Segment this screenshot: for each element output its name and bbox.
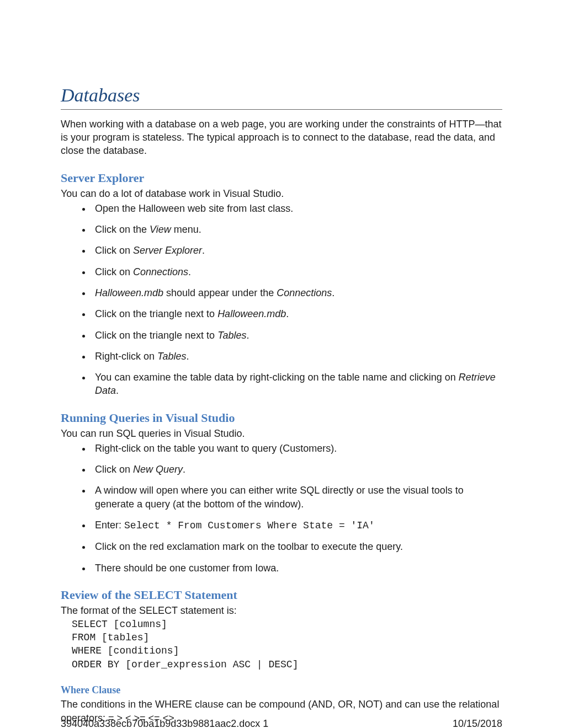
list-item: Right-click on Tables.: [92, 350, 502, 363]
footer-date: 10/15/2018: [453, 717, 502, 728]
section-running-queries: Running Queries in Visual Studio: [61, 410, 502, 426]
list-item: You can examine the table data by right-…: [92, 371, 502, 398]
section3-lead: The format of the SELECT statement is:: [61, 604, 502, 617]
section-select-review: Review of the SELECT Statement: [61, 587, 502, 603]
section-server-explorer: Server Explorer: [61, 170, 502, 186]
list-item: Open the Halloween web site from last cl…: [92, 202, 502, 215]
footer-filename: 394040a338ecb70ba1b9d33b9881aac2.docx 1: [61, 717, 268, 728]
select-syntax-code: SELECT [columns] FROM [tables] WHERE [co…: [72, 618, 502, 671]
list-item: Click on the triangle next to Halloween.…: [92, 307, 502, 320]
list-item: There should be one customer from Iowa.: [92, 561, 502, 575]
section2-list: Right-click on the table you want to que…: [61, 442, 502, 575]
list-item: Click on New Query.: [92, 463, 502, 476]
section1-lead: You can do a lot of database work in Vis…: [61, 187, 502, 200]
list-item: Enter: Select * From Customers Where Sta…: [92, 518, 502, 532]
intro-paragraph: When working with a database on a web pa…: [61, 117, 502, 158]
section1-list: Open the Halloween web site from last cl…: [61, 202, 502, 398]
subsection-where-clause: Where Clause: [61, 683, 502, 697]
list-item: A window will open where you can either …: [92, 484, 502, 511]
page-title: Databases: [61, 83, 502, 110]
list-item: Right-click on the table you want to que…: [92, 442, 502, 455]
list-item: Click on the triangle next to Tables.: [92, 329, 502, 342]
section2-lead: You can run SQL queries in Visual Studio…: [61, 427, 502, 440]
list-item: Click on the View menu.: [92, 223, 502, 236]
list-item: Click on the red exclamation mark on the…: [92, 540, 502, 553]
footer: 394040a338ecb70ba1b9d33b9881aac2.docx 1 …: [61, 717, 502, 728]
list-item: Click on Connections.: [92, 265, 502, 279]
page: Databases When working with a database o…: [0, 0, 563, 728]
list-item: Click on Server Explorer.: [92, 244, 502, 257]
list-item: Halloween.mdb should appear under the Co…: [92, 286, 502, 299]
